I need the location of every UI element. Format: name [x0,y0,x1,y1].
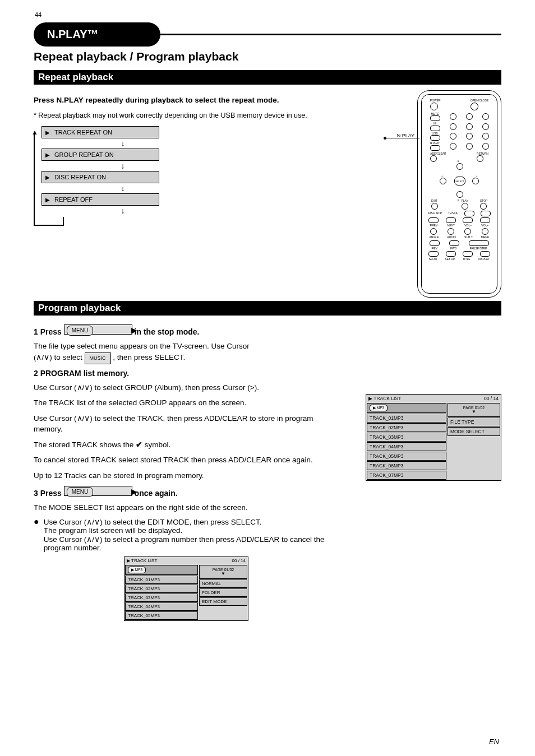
section-header: N.PLAY™ [34,22,501,47]
menu-screenshot-2: ▶ TRACK LIST 00 / 14 ▶ MP3 TRACK_01MP3 T… [124,556,248,621]
section-pill-title: N.PLAY™ [34,22,160,47]
page-subtitle: Repeat playback / Program playback [34,50,501,63]
step-2: 2 PROGRAM list memory. [34,369,339,378]
check-icon: ✔ [136,440,142,449]
bullet-1: ● Use Cursor (∧/∨) to select the EDIT MO… [34,517,339,552]
remote-control-diagram: N.PLAY POWEROPEN/CLOSE MUTE I/II USB N.P… [417,90,501,298]
step-2-body5b: Up to 12 Tracks can be stored in program… [34,470,339,481]
intro-text: Press N.PLAY repeatedly during playback … [34,95,339,106]
flow-box-off: ▶REPEAT OFF [41,193,159,206]
step-1: 1 Press MENU ▶ in the stop mode. [34,324,339,336]
step-2-body3: Use Cursor (∧/∨) to select the TRACK, th… [34,413,339,435]
bullet-icon: ● [34,517,39,552]
menu-button-graphic-2: MENU ▶ [64,486,132,496]
step-2-body1: Use Cursor (∧/∨) to select GROUP (Album)… [34,382,339,393]
flow-box-disc: ▶DISC REPEAT ON [41,171,159,183]
flow-box-group: ▶GROUP REPEAT ON [41,149,159,161]
menu-screenshot-1: ▶ TRACK LIST 00 / 14 ▶ MP3 TRACK_01MP3 T… [366,394,501,481]
subsection-bar-repeat: Repeat playback [34,70,501,85]
page-footer: EN [489,738,499,746]
step-3-body: The MODE SELECT list appears on the righ… [34,502,339,513]
subsection-bar-program: Program playback [34,301,501,316]
page-number: 44 [35,11,41,18]
step-3: 3 Press MENU ▶ once again. [34,486,339,498]
music-option-box: MUSIC [85,353,111,364]
nplay-button [430,145,440,151]
step-2-body4: The stored TRACK shows the ✔ symbol. [34,439,339,451]
step-1-body: The file type select menu appears on the… [34,341,339,364]
repeat-flow-diagram: ▲ ▶TRACK REPEAT ON ↓ ▶GROUP REPEAT ON ↓ … [41,126,159,216]
flow-box-track: ▶TRACK REPEAT ON [41,126,159,138]
repeat-note: * Repeat playback may not work correctly… [34,110,339,120]
menu-button-graphic: MENU ▶ [64,324,132,335]
step-2-body2: The TRACK list of the selected GROUP app… [34,397,339,409]
section-rule [160,34,501,35]
step-2-body5a: To cancel stored TRACK select stored TRA… [34,454,339,466]
